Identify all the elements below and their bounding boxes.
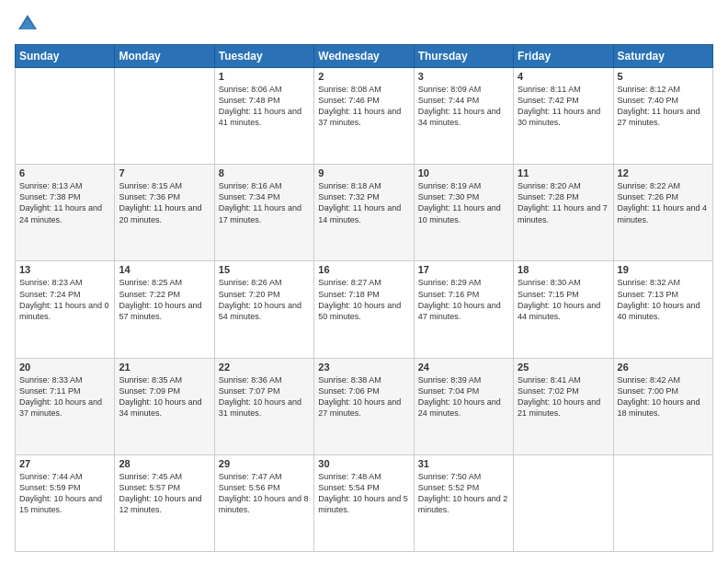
cell-details: Sunrise: 7:50 AMSunset: 5:52 PMDaylight:…	[418, 471, 509, 516]
calendar-cell: 15Sunrise: 8:26 AMSunset: 7:20 PMDayligh…	[214, 261, 313, 358]
calendar-cell: 16Sunrise: 8:27 AMSunset: 7:18 PMDayligh…	[314, 261, 414, 358]
cell-details: Sunrise: 8:38 AMSunset: 7:06 PMDaylight:…	[318, 374, 409, 419]
logo-icon	[15, 11, 40, 37]
cell-details: Sunrise: 7:45 AMSunset: 5:57 PMDaylight:…	[119, 471, 210, 516]
calendar-cell: 2Sunrise: 8:08 AMSunset: 7:46 PMDaylight…	[314, 68, 414, 165]
header	[15, 11, 713, 37]
day-number: 3	[418, 71, 509, 82]
weekday-header-thursday: Thursday	[414, 45, 513, 68]
calendar-cell: 25Sunrise: 8:41 AMSunset: 7:02 PMDayligh…	[514, 358, 613, 454]
logo	[15, 11, 44, 37]
calendar-cell: 11Sunrise: 8:20 AMSunset: 7:28 PMDayligh…	[514, 165, 613, 261]
weekday-header-monday: Monday	[115, 45, 214, 68]
weekday-header-wednesday: Wednesday	[314, 45, 414, 68]
cell-details: Sunrise: 8:16 AMSunset: 7:34 PMDaylight:…	[219, 180, 310, 225]
day-number: 27	[19, 458, 110, 469]
calendar-cell: 27Sunrise: 7:44 AMSunset: 5:59 PMDayligh…	[16, 454, 115, 551]
week-row-4: 20Sunrise: 8:33 AMSunset: 7:11 PMDayligh…	[16, 358, 713, 454]
calendar-cell: 9Sunrise: 8:18 AMSunset: 7:32 PMDaylight…	[314, 165, 414, 261]
cell-details: Sunrise: 8:42 AMSunset: 7:00 PMDaylight:…	[618, 374, 709, 419]
cell-details: Sunrise: 8:15 AMSunset: 7:36 PMDaylight:…	[119, 180, 210, 225]
cell-details: Sunrise: 8:36 AMSunset: 7:07 PMDaylight:…	[219, 374, 310, 419]
day-number: 23	[318, 362, 409, 373]
day-number: 11	[518, 167, 609, 178]
calendar-cell	[613, 454, 712, 551]
week-row-5: 27Sunrise: 7:44 AMSunset: 5:59 PMDayligh…	[16, 454, 713, 551]
weekday-header-row: SundayMondayTuesdayWednesdayThursdayFrid…	[16, 45, 713, 68]
cell-details: Sunrise: 8:19 AMSunset: 7:30 PMDaylight:…	[418, 180, 509, 225]
cell-details: Sunrise: 8:27 AMSunset: 7:18 PMDaylight:…	[318, 277, 409, 322]
calendar-cell: 20Sunrise: 8:33 AMSunset: 7:11 PMDayligh…	[16, 358, 115, 454]
page: SundayMondayTuesdayWednesdayThursdayFrid…	[0, 0, 728, 563]
calendar-cell	[514, 454, 613, 551]
week-row-2: 6Sunrise: 8:13 AMSunset: 7:38 PMDaylight…	[16, 165, 713, 261]
calendar: SundayMondayTuesdayWednesdayThursdayFrid…	[15, 44, 713, 552]
cell-details: Sunrise: 8:33 AMSunset: 7:11 PMDaylight:…	[19, 374, 110, 419]
calendar-cell: 6Sunrise: 8:13 AMSunset: 7:38 PMDaylight…	[16, 165, 115, 261]
day-number: 10	[418, 167, 509, 178]
calendar-cell: 28Sunrise: 7:45 AMSunset: 5:57 PMDayligh…	[115, 454, 214, 551]
day-number: 8	[219, 167, 310, 178]
calendar-cell	[115, 68, 214, 165]
calendar-cell: 12Sunrise: 8:22 AMSunset: 7:26 PMDayligh…	[613, 165, 712, 261]
day-number: 2	[318, 71, 409, 82]
cell-details: Sunrise: 8:13 AMSunset: 7:38 PMDaylight:…	[19, 180, 110, 225]
cell-details: Sunrise: 8:20 AMSunset: 7:28 PMDaylight:…	[518, 180, 609, 225]
day-number: 29	[219, 458, 310, 469]
cell-details: Sunrise: 7:44 AMSunset: 5:59 PMDaylight:…	[19, 471, 110, 516]
cell-details: Sunrise: 8:29 AMSunset: 7:16 PMDaylight:…	[418, 277, 509, 322]
day-number: 31	[418, 458, 509, 469]
day-number: 25	[518, 362, 609, 373]
calendar-cell	[16, 68, 115, 165]
week-row-3: 13Sunrise: 8:23 AMSunset: 7:24 PMDayligh…	[16, 261, 713, 358]
day-number: 28	[119, 458, 210, 469]
day-number: 14	[119, 264, 210, 275]
weekday-header-sunday: Sunday	[16, 45, 115, 68]
calendar-cell: 13Sunrise: 8:23 AMSunset: 7:24 PMDayligh…	[16, 261, 115, 358]
calendar-cell: 17Sunrise: 8:29 AMSunset: 7:16 PMDayligh…	[414, 261, 513, 358]
calendar-cell: 14Sunrise: 8:25 AMSunset: 7:22 PMDayligh…	[115, 261, 214, 358]
calendar-cell: 10Sunrise: 8:19 AMSunset: 7:30 PMDayligh…	[414, 165, 513, 261]
calendar-cell: 24Sunrise: 8:39 AMSunset: 7:04 PMDayligh…	[414, 358, 513, 454]
day-number: 12	[618, 167, 709, 178]
calendar-cell: 5Sunrise: 8:12 AMSunset: 7:40 PMDaylight…	[613, 68, 712, 165]
day-number: 19	[618, 264, 709, 275]
day-number: 6	[19, 167, 110, 178]
calendar-cell: 22Sunrise: 8:36 AMSunset: 7:07 PMDayligh…	[214, 358, 313, 454]
day-number: 24	[418, 362, 509, 373]
day-number: 17	[418, 264, 509, 275]
day-number: 20	[19, 362, 110, 373]
cell-details: Sunrise: 8:22 AMSunset: 7:26 PMDaylight:…	[618, 180, 709, 225]
day-number: 15	[219, 264, 310, 275]
day-number: 9	[318, 167, 409, 178]
cell-details: Sunrise: 8:12 AMSunset: 7:40 PMDaylight:…	[618, 84, 709, 129]
calendar-cell: 18Sunrise: 8:30 AMSunset: 7:15 PMDayligh…	[514, 261, 613, 358]
week-row-1: 1Sunrise: 8:06 AMSunset: 7:48 PMDaylight…	[16, 68, 713, 165]
day-number: 4	[518, 71, 609, 82]
cell-details: Sunrise: 8:32 AMSunset: 7:13 PMDaylight:…	[618, 277, 709, 322]
calendar-cell: 1Sunrise: 8:06 AMSunset: 7:48 PMDaylight…	[214, 68, 313, 165]
calendar-cell: 31Sunrise: 7:50 AMSunset: 5:52 PMDayligh…	[414, 454, 513, 551]
day-number: 22	[219, 362, 310, 373]
cell-details: Sunrise: 8:09 AMSunset: 7:44 PMDaylight:…	[418, 84, 509, 129]
calendar-cell: 19Sunrise: 8:32 AMSunset: 7:13 PMDayligh…	[613, 261, 712, 358]
day-number: 21	[119, 362, 210, 373]
day-number: 5	[618, 71, 709, 82]
cell-details: Sunrise: 8:39 AMSunset: 7:04 PMDaylight:…	[418, 374, 509, 419]
calendar-cell: 8Sunrise: 8:16 AMSunset: 7:34 PMDaylight…	[214, 165, 313, 261]
weekday-header-friday: Friday	[514, 45, 613, 68]
cell-details: Sunrise: 7:47 AMSunset: 5:56 PMDaylight:…	[219, 471, 310, 516]
cell-details: Sunrise: 8:35 AMSunset: 7:09 PMDaylight:…	[119, 374, 210, 419]
day-number: 30	[318, 458, 409, 469]
cell-details: Sunrise: 8:11 AMSunset: 7:42 PMDaylight:…	[518, 84, 609, 129]
cell-details: Sunrise: 8:25 AMSunset: 7:22 PMDaylight:…	[119, 277, 210, 322]
calendar-cell: 7Sunrise: 8:15 AMSunset: 7:36 PMDaylight…	[115, 165, 214, 261]
cell-details: Sunrise: 8:26 AMSunset: 7:20 PMDaylight:…	[219, 277, 310, 322]
cell-details: Sunrise: 8:06 AMSunset: 7:48 PMDaylight:…	[219, 84, 310, 129]
day-number: 1	[219, 71, 310, 82]
calendar-cell: 29Sunrise: 7:47 AMSunset: 5:56 PMDayligh…	[214, 454, 313, 551]
day-number: 26	[618, 362, 709, 373]
calendar-cell: 30Sunrise: 7:48 AMSunset: 5:54 PMDayligh…	[314, 454, 414, 551]
cell-details: Sunrise: 8:08 AMSunset: 7:46 PMDaylight:…	[318, 84, 409, 129]
calendar-cell: 3Sunrise: 8:09 AMSunset: 7:44 PMDaylight…	[414, 68, 513, 165]
